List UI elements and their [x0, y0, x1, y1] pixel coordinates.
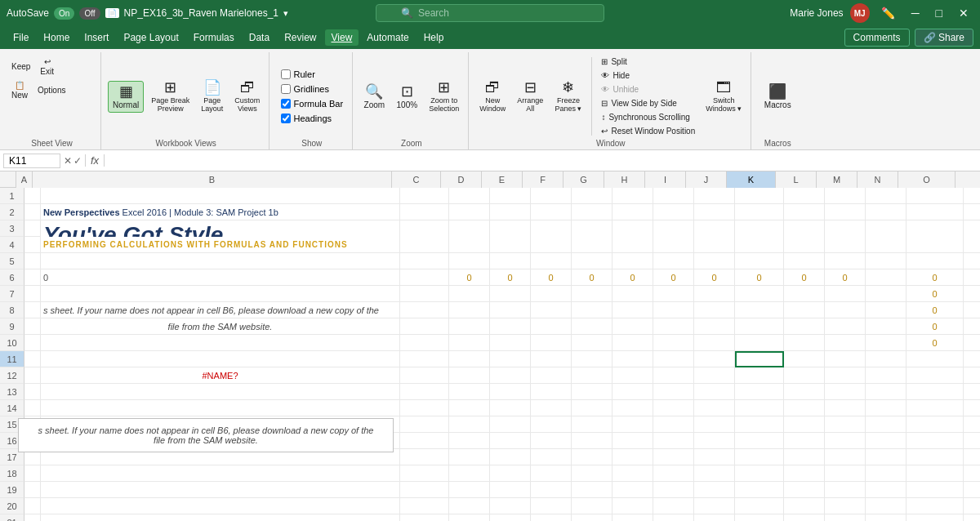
cell-k7[interactable]: [735, 286, 784, 302]
col-header-g[interactable]: G: [564, 171, 604, 188]
cell-f21[interactable]: [531, 514, 572, 521]
cell-i2[interactable]: [653, 204, 694, 220]
cell-j9[interactable]: [694, 318, 735, 335]
cell-l16[interactable]: [784, 433, 825, 449]
cell-m8[interactable]: [825, 302, 866, 318]
cell-d4[interactable]: [449, 237, 490, 253]
cell-i20[interactable]: [653, 498, 694, 514]
cell-a2[interactable]: [24, 204, 41, 220]
cell-g21[interactable]: [572, 514, 612, 521]
cell-m14[interactable]: [825, 400, 866, 416]
cell-o8[interactable]: 0: [906, 302, 964, 318]
cell-i17[interactable]: [653, 449, 694, 465]
cell-p4[interactable]: [964, 237, 980, 253]
cell-a20[interactable]: [24, 498, 41, 514]
cell-k14[interactable]: [735, 400, 784, 416]
cell-o1[interactable]: [906, 188, 964, 204]
cell-e21[interactable]: [490, 514, 531, 521]
cell-k1[interactable]: [735, 188, 784, 204]
cell-i6[interactable]: 0: [653, 269, 694, 286]
options-button[interactable]: Options: [34, 84, 69, 96]
cell-j10[interactable]: [694, 335, 735, 351]
cell-k4[interactable]: [735, 237, 784, 253]
cell-i10[interactable]: [653, 335, 694, 351]
col-header-d[interactable]: D: [441, 171, 482, 188]
cell-g9[interactable]: [572, 318, 612, 335]
cell-m11[interactable]: [825, 351, 866, 367]
ruler-checkbox[interactable]: Ruler: [279, 68, 345, 81]
cell-a11[interactable]: [24, 351, 41, 367]
col-header-i[interactable]: I: [645, 171, 686, 188]
cell-c18[interactable]: [400, 465, 449, 482]
cell-d11[interactable]: [449, 351, 490, 367]
cell-l5[interactable]: [784, 253, 825, 269]
cell-g11[interactable]: [572, 351, 612, 367]
cell-g15[interactable]: [572, 416, 612, 433]
cell-l18[interactable]: [784, 465, 825, 482]
split-button[interactable]: ⊞ Split: [598, 56, 698, 68]
hide-button[interactable]: 👁 Hide: [598, 69, 698, 82]
cell-k10[interactable]: [735, 335, 784, 351]
normal-view-button[interactable]: ▦ Normal: [108, 81, 144, 113]
cell-g20[interactable]: [572, 498, 612, 514]
cell-d21[interactable]: [449, 514, 490, 521]
cell-h15[interactable]: [612, 416, 653, 433]
cell-e19[interactable]: [490, 482, 531, 498]
cell-e4[interactable]: [490, 237, 531, 253]
cell-p7[interactable]: 0: [964, 286, 980, 302]
cell-h14[interactable]: [612, 400, 653, 416]
cell-k13[interactable]: [735, 384, 784, 400]
cell-d8[interactable]: [449, 302, 490, 318]
cell-o10[interactable]: 0: [906, 335, 964, 351]
cell-a21[interactable]: [24, 514, 41, 521]
cell-f12[interactable]: [531, 367, 572, 384]
cell-b5[interactable]: [41, 253, 400, 269]
menu-insert[interactable]: Insert: [78, 29, 115, 46]
cell-c21[interactable]: [400, 514, 449, 521]
cell-h4[interactable]: [612, 237, 653, 253]
cell-e8[interactable]: [490, 302, 531, 318]
cell-m10[interactable]: [825, 335, 866, 351]
cell-b19[interactable]: [41, 482, 400, 498]
comments-button[interactable]: Comments: [844, 29, 910, 47]
cell-n6[interactable]: [866, 269, 906, 286]
cell-e5[interactable]: [490, 253, 531, 269]
cell-h12[interactable]: [612, 367, 653, 384]
cell-o7[interactable]: 0: [906, 286, 964, 302]
menu-home[interactable]: Home: [37, 29, 76, 46]
col-header-n[interactable]: N: [858, 171, 898, 188]
cell-o13[interactable]: [906, 384, 964, 400]
cell-a18[interactable]: [24, 465, 41, 482]
cell-o18[interactable]: [906, 465, 964, 482]
cell-i15[interactable]: [653, 416, 694, 433]
cell-f4[interactable]: [531, 237, 572, 253]
cell-e16[interactable]: [490, 433, 531, 449]
cell-j4[interactable]: [694, 237, 735, 253]
col-header-p[interactable]: P: [956, 171, 980, 188]
cell-p19[interactable]: [964, 482, 980, 498]
close-button[interactable]: ✕: [954, 7, 973, 20]
cell-i5[interactable]: [653, 253, 694, 269]
cell-c2[interactable]: [400, 204, 449, 220]
cell-j17[interactable]: [694, 449, 735, 465]
cell-j15[interactable]: [694, 416, 735, 433]
cell-p17[interactable]: [964, 449, 980, 465]
cell-e6[interactable]: 0: [490, 269, 531, 286]
cell-i16[interactable]: [653, 433, 694, 449]
cell-a12[interactable]: [24, 367, 41, 384]
menu-file[interactable]: File: [7, 29, 35, 46]
cell-i19[interactable]: [653, 482, 694, 498]
cell-a7[interactable]: [24, 286, 41, 302]
cell-g10[interactable]: [572, 335, 612, 351]
cell-a10[interactable]: [24, 335, 41, 351]
cell-c13[interactable]: [400, 384, 449, 400]
cell-i1[interactable]: [653, 188, 694, 204]
new-window-button[interactable]: 🗗 New Window: [475, 78, 510, 115]
cell-l17[interactable]: [784, 449, 825, 465]
cell-g7[interactable]: [572, 286, 612, 302]
cell-l19[interactable]: [784, 482, 825, 498]
cell-m17[interactable]: [825, 449, 866, 465]
cell-f19[interactable]: [531, 482, 572, 498]
cell-c16[interactable]: [400, 433, 449, 449]
cell-a8[interactable]: [24, 302, 41, 318]
